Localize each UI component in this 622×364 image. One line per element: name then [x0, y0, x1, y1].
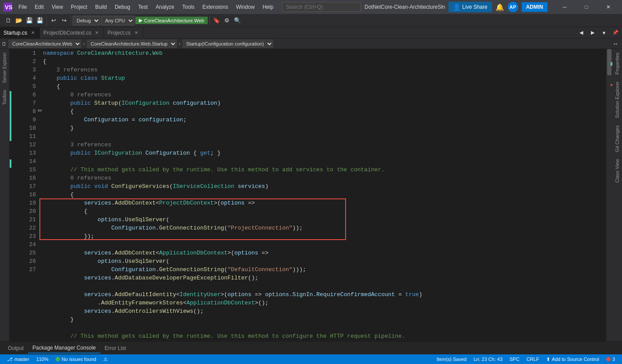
line-col[interactable]: Ln: 23 Ch: 43 — [470, 357, 506, 362]
menu-project[interactable]: Project — [67, 2, 91, 12]
menu-window[interactable]: Window — [233, 2, 258, 12]
tab-projectdbcontext-label: ProjectDbContext.cs — [43, 30, 91, 36]
git-changes-tab[interactable]: Git Changes — [613, 122, 621, 155]
code-block-wrapper: ✏ namespace CoreCleanArchitecture.Web { … — [39, 49, 612, 341]
minimize-button[interactable]: ─ — [555, 0, 575, 14]
toolbar-group-run: Debug Any CPU ▶ CoreCleanArchitecture.We… — [71, 16, 210, 25]
status-bar: ⎇ master 110% No issues found ⚠ Item(s) … — [0, 354, 622, 364]
namespace-dropdown[interactable]: CoreCleanArchitecture.Web.Startup — [87, 39, 177, 48]
bookmark-button[interactable]: 🔖 — [212, 16, 221, 25]
minimap-indicator-2 — [611, 84, 612, 86]
title-bar-right: DotNetCore-Clean-ArchitectureSln 👤 Live … — [364, 0, 618, 14]
menu-analyze[interactable]: Analyze — [152, 2, 178, 12]
tab-projectdbcontext[interactable]: ProjectDbContext.cs ✕ — [40, 27, 104, 39]
toolbar-group-edit: ↩ ↪ — [47, 16, 71, 25]
output-tab[interactable]: Output — [4, 343, 28, 353]
debug-mode-dropdown[interactable]: Debug — [73, 16, 100, 25]
notifications-icon[interactable]: 🔔 — [495, 3, 504, 11]
nav-bar: 🗋 CoreCleanArchitecture.Web › CoreCleanA… — [0, 39, 622, 49]
menu-test[interactable]: Test — [134, 2, 151, 12]
right-sidebar: Properties Solution Explorer Git Changes… — [612, 49, 622, 341]
menu-debug[interactable]: Debug — [111, 2, 134, 12]
tab-project-close[interactable]: ✕ — [133, 30, 139, 36]
properties-tab[interactable]: Properties — [613, 49, 621, 78]
error-list-tab[interactable]: Error List — [100, 343, 131, 353]
live-share-button[interactable]: 👤 Live Share — [449, 2, 491, 12]
window-controls[interactable]: ─ □ ✕ — [555, 0, 618, 14]
auto-hide-button[interactable]: 📌 — [611, 28, 620, 38]
status-right: Item(s) Saved Ln: 23 Ch: 43 SPC CRLF ⬆ A… — [433, 357, 618, 362]
admin-button[interactable]: ADMIN — [522, 2, 548, 12]
issues-status[interactable]: No issues found — [52, 357, 100, 362]
tab-scroll-right[interactable]: ▶ — [588, 28, 597, 38]
menu-extensions[interactable]: Extensions — [199, 2, 232, 12]
new-project-button[interactable]: 🗋 — [4, 16, 13, 25]
server-explorer-tab[interactable]: Server Explorer — [1, 49, 8, 86]
toolbar-btn-2[interactable]: 🔍 — [233, 16, 242, 25]
save-all-button[interactable]: 💾 — [35, 16, 45, 25]
editor-area[interactable]: 1 2 3 4 5 6 7 8 9 10 11 12 13 14 1 — [18, 49, 612, 341]
project-dropdown[interactable]: CoreCleanArchitecture.Web — [8, 39, 81, 48]
title-bar: VS File Edit View Project Build Debug Te… — [0, 0, 622, 14]
close-button[interactable]: ✕ — [598, 0, 618, 14]
add-to-source-control[interactable]: ⬆ Add to Source Control — [543, 357, 603, 362]
encoding[interactable]: SPC — [506, 357, 523, 362]
maximize-button[interactable]: □ — [576, 0, 597, 14]
nav-arrow-1: › — [83, 41, 85, 47]
tab-dropdown[interactable]: ▼ — [599, 28, 609, 38]
toolbox-tab[interactable]: Toolbox — [1, 86, 8, 108]
error-dot — [606, 357, 611, 361]
run-button[interactable]: ▶ CoreCleanArchitecture.Web — [135, 17, 208, 24]
redo-button[interactable]: ↪ — [59, 16, 69, 25]
code-content[interactable]: 1 2 3 4 5 6 7 8 9 10 11 12 13 14 1 — [18, 49, 612, 341]
git-status[interactable]: ⎇ master — [4, 357, 33, 362]
search-input[interactable] — [282, 2, 361, 12]
tab-project[interactable]: Project.cs ✕ — [104, 27, 143, 39]
method-dropdown[interactable]: Startup(IConfiguration configuration) — [182, 39, 273, 48]
menu-build[interactable]: Build — [92, 2, 110, 12]
run-target-label: CoreCleanArchitecture.Web — [144, 18, 204, 23]
menu-help[interactable]: Help — [259, 2, 277, 12]
solution-explorer-tab[interactable]: Solution Explorer — [613, 78, 621, 122]
menu-tools[interactable]: Tools — [179, 2, 198, 12]
items-saved: Item(s) Saved — [433, 357, 470, 362]
tab-startup-close[interactable]: ✕ — [30, 30, 36, 36]
app-name: DotNetCore-Clean-ArchitectureSln — [364, 4, 445, 10]
save-button[interactable]: 💾 — [25, 16, 34, 25]
tab-startup[interactable]: Startup.cs ✕ — [0, 27, 40, 39]
warnings-status[interactable]: ⚠ — [100, 357, 111, 362]
left-sidebar: Server Explorer Toolbox — [0, 49, 10, 341]
zoom-level[interactable]: 110% — [33, 357, 52, 362]
tab-projectdbcontext-close[interactable]: ✕ — [94, 30, 100, 36]
svg-text:VS: VS — [5, 4, 12, 11]
toolbar-btn-1[interactable]: ⚙ — [222, 16, 232, 25]
vertical-scrollbar[interactable] — [606, 49, 612, 341]
menu-bar[interactable]: File Edit View Project Build Debug Test … — [15, 2, 277, 12]
platform-dropdown[interactable]: Any CPU — [101, 16, 134, 25]
undo-button[interactable]: ↩ — [49, 16, 58, 25]
main-area: Server Explorer Toolbox 1 2 3 4 5 6 7 8 … — [0, 49, 622, 341]
toolbar: 🗋 📂 💾 💾 ↩ ↪ Debug Any CPU ▶ CoreCleanArc… — [0, 14, 622, 27]
issues-dot — [56, 357, 60, 361]
tabs-container: Startup.cs ✕ ProjectDbContext.cs ✕ Proje… — [0, 27, 622, 39]
tab-project-label: Project.cs — [107, 30, 131, 36]
menu-view[interactable]: View — [48, 2, 67, 12]
nav-expand-button[interactable]: ↔ — [611, 39, 620, 49]
line-numbers: 1 2 3 4 5 6 7 8 9 10 11 12 13 14 1 — [18, 49, 39, 341]
error-indicator[interactable]: 3 — [603, 357, 618, 362]
menu-edit[interactable]: Edit — [31, 2, 47, 12]
open-button[interactable]: 📂 — [14, 16, 24, 25]
user-avatar[interactable]: AP — [508, 2, 518, 12]
vs-logo: VS — [4, 3, 12, 11]
line-ending[interactable]: CRLF — [523, 357, 543, 362]
code-editor[interactable]: namespace CoreCleanArchitecture.Web { 2 … — [39, 49, 612, 340]
toolbar-group-misc: 🔖 ⚙ 🔍 — [210, 16, 244, 25]
minimap-indicator-1 — [611, 62, 612, 66]
menu-file[interactable]: File — [15, 2, 30, 12]
toolbar-group-file: 🗋 📂 💾 💾 — [2, 16, 47, 25]
gutter-indicator-green-2 — [10, 159, 11, 168]
package-manager-console-tab[interactable]: Package Manager Console — [28, 343, 100, 353]
tab-scroll-left[interactable]: ◀ — [576, 28, 586, 38]
class-view-tab[interactable]: Class View — [613, 155, 621, 186]
pencil-icon: ✏ — [38, 107, 42, 114]
